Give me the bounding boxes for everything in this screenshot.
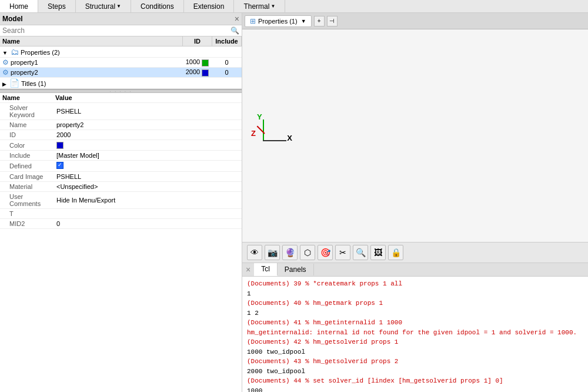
nav-thermal[interactable]: Thermal bbox=[234, 0, 285, 12]
titles-folder-icon: 📄 bbox=[9, 78, 19, 88]
model-section: Model × 🔍 Name ID Include bbox=[0, 13, 242, 89]
console-line: (Documents) 44 % set solver_id [lindex [… bbox=[247, 376, 583, 386]
x-axis-line bbox=[263, 140, 286, 141]
model-close-button[interactable]: × bbox=[235, 14, 239, 24]
prop-val-name[interactable]: property2 bbox=[53, 120, 242, 130]
prop-val-color[interactable] bbox=[53, 140, 242, 151]
prop-val-defined[interactable] bbox=[53, 161, 242, 172]
prop-val-user-comments[interactable]: Hide In Menu/Export bbox=[53, 192, 242, 209]
console-tab-panels[interactable]: Panels bbox=[278, 264, 314, 275]
y-axis-label: Y bbox=[257, 112, 262, 121]
prop-val-material[interactable]: <Unspecified> bbox=[53, 182, 242, 192]
properties-tab-icon: ⊞ bbox=[250, 17, 256, 25]
titles-group-id bbox=[183, 78, 212, 89]
property1-label: property1 bbox=[11, 59, 38, 66]
add-tab-button[interactable]: + bbox=[314, 16, 325, 26]
axis-indicator: Y X Z bbox=[251, 112, 292, 148]
nav-extension[interactable]: Extension bbox=[184, 0, 235, 12]
list-item[interactable]: ⚙ property2 2000 0 bbox=[0, 68, 242, 78]
console-line: (Documents) 39 % *createmark props 1 all bbox=[247, 279, 583, 289]
nav-conditions[interactable]: Conditions bbox=[131, 0, 184, 12]
color-swatch[interactable] bbox=[56, 142, 64, 149]
prop-key-name: Name bbox=[0, 120, 53, 130]
table-row: Material <Unspecified> bbox=[0, 182, 242, 192]
list-item[interactable]: ⚙ property1 1000 0 bbox=[0, 58, 242, 68]
property1-include: 0 bbox=[212, 58, 242, 68]
properties-tab-arrow: ▼ bbox=[301, 18, 306, 24]
titles-group-include bbox=[212, 78, 242, 89]
property2-label: property2 bbox=[11, 69, 38, 76]
console-line: 2000 two_idpool bbox=[247, 367, 583, 377]
nav-structural[interactable]: Structural bbox=[76, 0, 131, 12]
prop-val-solver-keyword[interactable]: PSHELL bbox=[53, 103, 242, 120]
property2-include: 0 bbox=[212, 68, 242, 78]
search-input[interactable] bbox=[2, 26, 228, 35]
defined-checkbox[interactable] bbox=[56, 162, 64, 169]
nav-steps[interactable]: Steps bbox=[38, 0, 76, 12]
prop-val-mid2[interactable]: 0 bbox=[53, 219, 242, 229]
col-id: ID bbox=[183, 36, 212, 46]
model-title: Model bbox=[2, 15, 23, 23]
table-row: MID2 0 bbox=[0, 219, 242, 229]
x-axis-label: X bbox=[287, 134, 292, 142]
mesh-button[interactable]: ⬡ bbox=[300, 245, 315, 260]
table-row: T bbox=[0, 209, 242, 219]
property2-color-swatch bbox=[202, 69, 209, 77]
properties-group-label: Properties (2) bbox=[21, 49, 60, 56]
prop-key-material: Material bbox=[0, 182, 53, 192]
titles-expand-icon[interactable]: ▶ bbox=[2, 81, 6, 87]
prop-val-include[interactable]: [Master Model] bbox=[53, 151, 242, 161]
table-row: User Comments Hide In Menu/Export bbox=[0, 192, 242, 209]
viewport: Y X Z bbox=[242, 29, 588, 242]
eye-button[interactable]: 👁 bbox=[247, 245, 262, 260]
cut-button[interactable]: ✂ bbox=[335, 245, 350, 260]
titles-group-label: Titles (1) bbox=[21, 80, 46, 87]
property2-icon: ⚙ bbox=[2, 68, 9, 77]
console-panel: × Tcl Panels (Documents) 39 % *createmar… bbox=[242, 263, 588, 392]
left-panel: Model × 🔍 Name ID Include bbox=[0, 13, 242, 392]
console-line: (Documents) 43 % hm_getsolverid props 2 bbox=[247, 357, 583, 367]
zoom-button[interactable]: 🔍 bbox=[353, 245, 368, 260]
list-item[interactable]: ▼ 🗂 Properties (2) bbox=[0, 46, 242, 58]
property1-icon: ⚙ bbox=[2, 58, 9, 67]
prop-col-name: Name bbox=[0, 93, 53, 103]
table-row: Solver Keyword PSHELL bbox=[0, 103, 242, 120]
properties-tab[interactable]: ⊞ Properties (1) ▼ bbox=[245, 15, 312, 27]
table-row: Name property2 bbox=[0, 120, 242, 130]
console-output: (Documents) 39 % *createmark props 1 all… bbox=[242, 277, 588, 392]
expand-icon[interactable]: ▼ bbox=[2, 50, 8, 56]
search-bar: 🔍 bbox=[0, 25, 242, 36]
console-tab-tcl[interactable]: Tcl bbox=[254, 263, 278, 276]
col-name: Name bbox=[0, 36, 183, 46]
prop-col-value: Value bbox=[53, 93, 242, 103]
prop-key-defined: Defined bbox=[0, 161, 53, 172]
viewport-toolbar: 👁 📷 🔮 ⬡ 🎯 ✂ 🔍 🖼 🔒 bbox=[242, 242, 588, 263]
prop-key-id: ID bbox=[0, 130, 53, 140]
console-line: hm_getinternalid: internal id not found … bbox=[247, 328, 583, 338]
lock-button[interactable]: 🔒 bbox=[388, 245, 403, 260]
main-layout: Model × 🔍 Name ID Include bbox=[0, 13, 588, 392]
z-axis-label: Z bbox=[251, 129, 256, 138]
list-item[interactable]: ▶ 📄 Titles (1) bbox=[0, 78, 242, 89]
prop-val-id[interactable]: 2000 bbox=[53, 130, 242, 140]
secondary-tab-bar: ⊞ Properties (1) ▼ + ⊣ bbox=[242, 13, 588, 29]
prop-val-card-image[interactable]: PSHELL bbox=[53, 172, 242, 182]
table-row: Defined bbox=[0, 161, 242, 172]
col-include: Include bbox=[212, 36, 242, 46]
sphere-button[interactable]: 🔮 bbox=[282, 245, 298, 260]
properties-panel: Name Value Solver Keyword PSHELL Name pr… bbox=[0, 93, 242, 392]
nav-home[interactable]: Home bbox=[0, 0, 38, 12]
camera-button[interactable]: 📷 bbox=[265, 245, 280, 260]
console-tab-bar: × Tcl Panels bbox=[242, 263, 588, 277]
prop-key-include: Include bbox=[0, 151, 53, 161]
console-line: 1 2 bbox=[247, 308, 583, 318]
reset-tab-button[interactable]: ⊣ bbox=[327, 16, 338, 26]
console-close-button[interactable]: × bbox=[242, 265, 254, 274]
prop-val-t[interactable] bbox=[53, 209, 242, 219]
properties-group-include bbox=[212, 46, 242, 58]
properties-folder-icon: 🗂 bbox=[11, 47, 19, 57]
search-icon: 🔍 bbox=[230, 26, 239, 35]
image-button[interactable]: 🖼 bbox=[370, 245, 386, 260]
target-button[interactable]: 🎯 bbox=[318, 245, 333, 260]
prop-key-user-comments: User Comments bbox=[0, 192, 53, 209]
